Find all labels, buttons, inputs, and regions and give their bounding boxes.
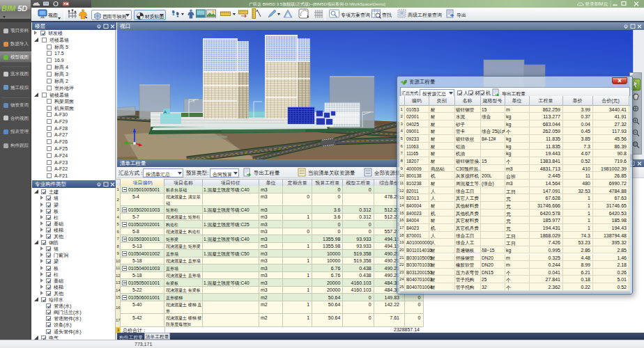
svg-text:登录BIM云: 登录BIM云 [585, 1, 608, 7]
svg-text:Y: Y [119, 143, 122, 147]
svg-text:A: A [164, 110, 167, 114]
